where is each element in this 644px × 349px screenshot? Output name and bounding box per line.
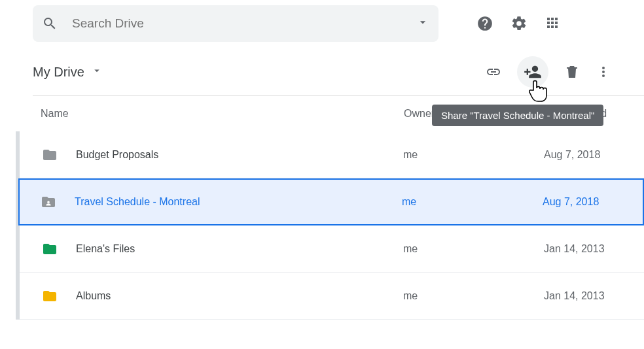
more-icon[interactable] [596,64,611,80]
svg-point-0 [47,201,50,203]
apps-icon[interactable] [545,15,562,32]
file-list: Budget ProposalsmeAug 7, 2018Travel Sche… [16,131,644,320]
breadcrumb[interactable]: My Drive [33,65,103,80]
table-row[interactable]: AlbumsmeJan 14, 2013 [20,273,644,320]
link-icon[interactable] [486,64,501,80]
search-bar[interactable] [33,5,438,42]
table-row[interactable]: Elena's FilesmeJan 14, 2013 [20,225,644,273]
breadcrumb-label: My Drive [33,65,84,80]
settings-icon[interactable] [510,15,528,32]
file-name: Travel Schedule - Montreal [75,196,402,208]
table-row[interactable]: Budget ProposalsmeAug 7, 2018 [20,131,644,178]
search-input[interactable] [72,16,416,31]
folder-icon [41,288,59,304]
chevron-down-icon [91,65,103,80]
file-modified: Jan 14, 2013 [544,243,605,255]
column-name[interactable]: Name [41,108,404,120]
file-modified: Jan 14, 2013 [544,290,605,302]
tooltip: Share "Travel Schedule - Montreal" [432,105,603,126]
file-owner: me [403,243,544,255]
folder-icon [41,241,59,257]
file-modified: Aug 7, 2018 [544,149,600,161]
folder-icon [41,147,59,163]
file-owner: me [403,149,544,161]
file-modified: Aug 7, 2018 [543,196,599,208]
search-dropdown-icon[interactable] [416,16,429,31]
file-name: Albums [76,290,403,302]
share-button[interactable] [517,56,548,88]
file-owner: me [403,290,544,302]
file-name: Elena's Files [76,243,403,255]
help-icon[interactable] [476,15,493,32]
search-icon [42,16,58,31]
delete-icon[interactable] [564,64,580,80]
file-owner: me [402,196,543,208]
file-name: Budget Proposals [76,149,403,161]
table-row[interactable]: Travel Schedule - MontrealmeAug 7, 2018 [18,178,644,225]
folder-shared-icon [39,194,58,210]
